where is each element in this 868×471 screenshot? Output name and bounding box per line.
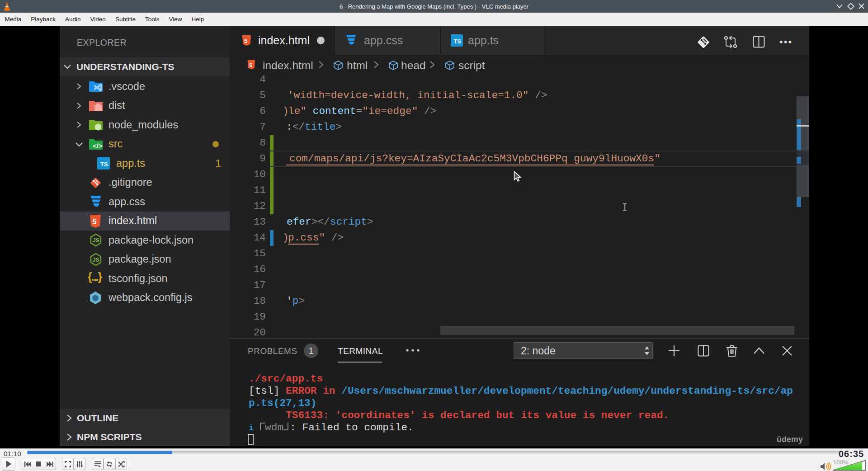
svg-text:JS: JS bbox=[93, 237, 99, 244]
svg-text:TS: TS bbox=[100, 161, 108, 168]
svg-text:JS: JS bbox=[93, 257, 99, 263]
svg-text:5: 5 bbox=[93, 218, 97, 226]
svg-text:</>: </> bbox=[93, 142, 103, 150]
svg-text:5: 5 bbox=[244, 38, 247, 44]
svg-text:5: 5 bbox=[250, 62, 252, 68]
svg-text:TS: TS bbox=[454, 38, 461, 45]
